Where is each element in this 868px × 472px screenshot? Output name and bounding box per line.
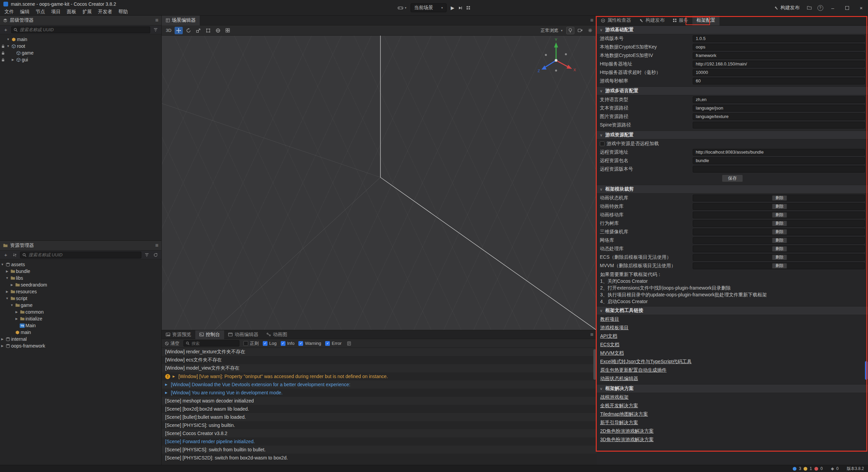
regex-checkbox[interactable]: 正则 (243, 340, 259, 347)
asset-node-internal[interactable]: ▶ internal (0, 336, 161, 342)
info-count[interactable]: 3 (799, 466, 801, 471)
config-input[interactable] (693, 122, 865, 129)
asset-node-seedrandom[interactable]: ▶ seedrandom (0, 281, 161, 288)
hierarchy-node-game[interactable]: game (0, 50, 161, 56)
section-basic[interactable]: ∨游戏基础配置 (597, 25, 868, 34)
log-row[interactable]: ▶[Window] You are running Vue in develop… (162, 389, 597, 397)
info-count-icon[interactable] (793, 467, 796, 471)
projection-3d-button[interactable]: 3D (164, 27, 173, 34)
expander-icon[interactable]: ▶ (165, 391, 169, 394)
delete-module-button[interactable]: 删除 (772, 195, 787, 201)
hierarchy-search-box[interactable] (11, 26, 150, 33)
orientation-gizmo[interactable]: Y X Z (534, 37, 578, 81)
delete-module-button[interactable]: 删除 (772, 221, 787, 226)
delete-module-button[interactable]: 删除 (772, 204, 787, 209)
log-file-button[interactable] (346, 340, 352, 347)
build-publish-button[interactable]: 构建发布 (770, 0, 804, 16)
scene-settings-button[interactable] (586, 27, 594, 34)
panel-menu-icon[interactable]: ≡ (155, 242, 158, 249)
expander-icon[interactable]: ▼ (6, 38, 11, 41)
solution-link[interactable]: 战棋游戏框架 (600, 394, 629, 400)
menu-panel[interactable]: 面板 (64, 8, 79, 15)
inspector-scrollbar[interactable] (865, 361, 868, 380)
menu-edit[interactable]: 编辑 (17, 8, 33, 15)
create-asset-button[interactable]: + (2, 252, 9, 258)
lock-icon[interactable] (0, 58, 6, 62)
log-row-warning[interactable]: !▶[Window] [Vue warn]: Property "onInput… (162, 372, 597, 380)
filter-log-checkbox[interactable]: ✓Log (263, 341, 277, 346)
tab-asset-preview[interactable]: 资源预览 (162, 330, 195, 339)
config-input[interactable] (693, 166, 865, 173)
delete-module-button[interactable]: 删除 (772, 212, 787, 218)
tab-service[interactable]: 服务 (669, 16, 692, 25)
asset-node-game[interactable]: ▼ game (0, 302, 161, 309)
asset-node-script[interactable]: ▼ script (0, 295, 161, 302)
log-row[interactable]: [Scene] meshopt wasm decoder initialized (162, 397, 597, 405)
create-node-button[interactable]: + (2, 26, 9, 33)
expander-icon[interactable]: ▼ (5, 297, 9, 300)
menu-developer[interactable]: 开发者 (95, 8, 115, 15)
delete-module-button[interactable]: 删除 (772, 229, 787, 235)
section-lang[interactable]: ∨游戏多语言配置 (597, 86, 868, 95)
hierarchy-node-gui[interactable]: ▶ gui (0, 56, 161, 63)
step-button[interactable] (458, 6, 462, 10)
solution-link[interactable]: 3D角色扮演游戏解决方案 (600, 437, 654, 443)
clear-console-button[interactable]: 清空 (165, 340, 179, 347)
assets-search-input[interactable] (28, 252, 139, 257)
tab-scene-editor[interactable]: 场景编辑器 (162, 16, 200, 25)
config-input[interactable] (693, 69, 865, 76)
section-modules[interactable]: ∨框架模块裁剪 (597, 185, 868, 194)
scene-selector-dropdown[interactable]: 当前场景 ▾ (411, 3, 447, 12)
log-row[interactable]: [Scene] [bullet]:bullet wasm lib loaded. (162, 413, 597, 421)
view-mode-dropdown[interactable]: 正常浏览 ▾ (538, 27, 565, 34)
asset-node-resources[interactable]: ▶ resources (0, 288, 161, 295)
preview-device-button[interactable]: ▾ (398, 6, 407, 10)
tab-animation-graph[interactable]: 动画图 (262, 330, 291, 339)
expander-icon[interactable]: ▶ (14, 310, 19, 314)
asset-node-main[interactable]: main (0, 329, 161, 336)
filter-icon[interactable] (152, 26, 159, 33)
filter-icon[interactable] (143, 252, 150, 258)
scene-camera-button[interactable] (576, 27, 584, 34)
tab-console[interactable]: 控制台 (195, 330, 224, 339)
asset-node-assets[interactable]: ▼ assets (0, 261, 161, 268)
play-button[interactable]: ▶ (451, 5, 454, 11)
panel-menu-icon[interactable]: ≡ (590, 17, 597, 23)
snap-grid-button[interactable] (224, 27, 232, 34)
expander-icon[interactable]: ▶ (9, 283, 14, 287)
expander-icon[interactable]: ▼ (9, 303, 14, 307)
open-project-folder-button[interactable] (804, 0, 814, 16)
config-input[interactable] (693, 157, 865, 164)
filter-error-checkbox[interactable]: ✓Error (325, 341, 341, 346)
warning-count-icon[interactable] (804, 467, 807, 471)
menu-extension[interactable]: 扩展 (79, 8, 95, 15)
log-row[interactable]: ▶[Window] Download the Vue Devtools exte… (162, 380, 597, 389)
hierarchy-node-main[interactable]: ▼ main (0, 36, 161, 43)
asset-node-common[interactable]: ▶ common (0, 309, 161, 315)
scene-viewport[interactable]: Y X Z (162, 36, 597, 330)
asset-node-libs[interactable]: ▼ libs (0, 275, 161, 281)
doc-link[interactable]: 教程项目 (600, 316, 619, 322)
tab-framework-config[interactable]: 框架配置 (692, 16, 719, 25)
log-row[interactable]: [Window] render_texture文件夹不存在 (162, 348, 597, 356)
log-row[interactable]: [Window] ecs文件夹不存在 (162, 356, 597, 364)
scene-light-toggle[interactable] (566, 27, 574, 34)
filter-info-checkbox[interactable]: ✓Info (281, 341, 295, 346)
expander-icon[interactable]: ▼ (6, 44, 11, 48)
maximize-button[interactable] (840, 0, 854, 16)
log-row[interactable]: [Scene] [PHYSICS]: using builtin. (162, 421, 597, 429)
expander-icon[interactable]: ▶ (173, 375, 176, 378)
expander-icon[interactable]: ▼ (0, 263, 5, 266)
config-input[interactable] (693, 35, 865, 42)
delete-module-button[interactable]: 删除 (772, 246, 787, 252)
doc-link[interactable]: ECS文档 (600, 342, 619, 348)
sort-assets-icon[interactable] (11, 252, 18, 258)
tab-animation-editor[interactable]: 动画编辑器 (224, 330, 262, 339)
menu-node[interactable]: 节点 (33, 8, 48, 15)
minimize-button[interactable]: – (826, 0, 840, 16)
lock-icon[interactable] (0, 44, 6, 48)
doc-link[interactable]: 动画状态机编辑器 (600, 376, 638, 382)
log-row[interactable]: [Scene] [box2d]:box2d wasm lib loaded. (162, 405, 597, 413)
section-docs[interactable]: ∨框架文档工具链接 (597, 306, 868, 315)
error-count-icon[interactable] (814, 467, 818, 471)
